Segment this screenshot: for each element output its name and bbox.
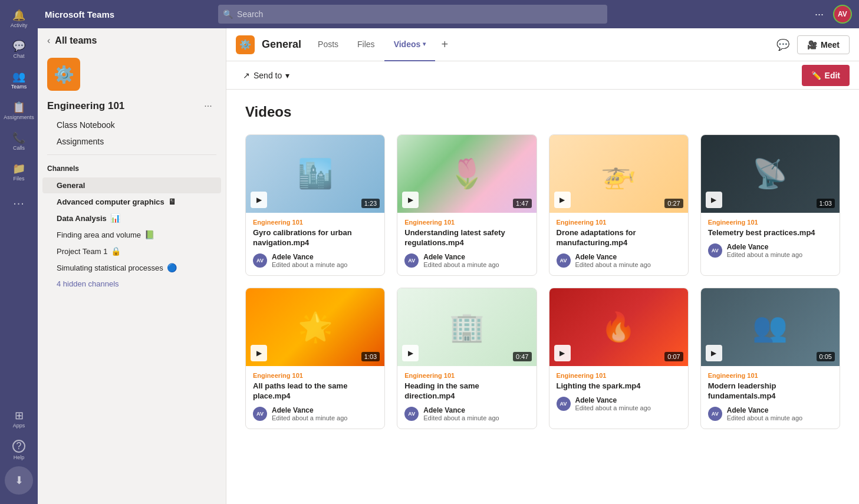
sidebar-item-help[interactable]: ? Help bbox=[5, 436, 33, 464]
activity-icon: 🔔 bbox=[12, 10, 25, 21]
section-divider bbox=[47, 154, 216, 155]
channel-data-analysis-badge: 📊 bbox=[110, 213, 120, 223]
play-button-v6[interactable]: ▶ bbox=[402, 345, 419, 361]
duration-badge-v4: 1:03 bbox=[817, 199, 835, 208]
sidebar-item-chat[interactable]: 💬 Chat bbox=[5, 35, 33, 64]
channel-finding-area-badge: 📗 bbox=[144, 230, 154, 239]
send-to-button[interactable]: ↗ Send to ▾ bbox=[236, 67, 297, 84]
nav-assignments[interactable]: Assignments bbox=[42, 133, 221, 150]
video-thumb-v8: 👥 ▶ 0:05 bbox=[701, 288, 840, 366]
teams-label: Teams bbox=[11, 84, 27, 90]
apps-icon: ⊞ bbox=[15, 410, 24, 421]
video-card-v4[interactable]: 📡 ▶ 1:03 Engineering 101 Telemetry best … bbox=[700, 134, 840, 276]
sidebar-item-more[interactable]: ··· bbox=[5, 189, 33, 217]
video-card-v3[interactable]: 🚁 ▶ 0:27 Engineering 101 Drone adaptatio… bbox=[549, 134, 689, 276]
chat-icon: 💬 bbox=[12, 41, 25, 51]
channel-finding-area[interactable]: Finding area and volume 📗 bbox=[42, 226, 221, 243]
sidebar-item-apps[interactable]: ⊞ Apps bbox=[5, 405, 33, 433]
play-button-v8[interactable]: ▶ bbox=[706, 345, 722, 361]
video-author-row-v5: AV Adele Vance Edited about a minute ago bbox=[253, 406, 377, 421]
channel-general[interactable]: General bbox=[42, 177, 221, 193]
assignments-label: Assignments bbox=[4, 114, 34, 120]
tab-videos-label: Videos bbox=[394, 39, 421, 49]
add-tab-button[interactable]: + bbox=[435, 35, 454, 54]
user-avatar[interactable]: AV bbox=[833, 5, 852, 24]
app-title: Microsoft Teams bbox=[45, 9, 114, 19]
play-button-v4[interactable]: ▶ bbox=[706, 192, 722, 208]
settings-ellipsis[interactable]: ··· bbox=[810, 6, 828, 23]
channel-project-team[interactable]: Project Team 1 🔒 bbox=[42, 243, 221, 259]
channel-project-team-badge: 🔒 bbox=[111, 246, 121, 256]
video-info-v8: Engineering 101 Modern leadership fundam… bbox=[701, 366, 840, 429]
team-menu-button[interactable]: ··· bbox=[200, 98, 216, 114]
video-team-v7: Engineering 101 bbox=[557, 372, 681, 379]
video-card-v7[interactable]: 🔥 ▶ 0:07 Engineering 101 Lighting the sp… bbox=[549, 288, 689, 429]
author-name-v1: Adele Vance bbox=[272, 253, 347, 261]
video-card-v2[interactable]: 🌷 ▶ 1:47 Engineering 101 Understanding l… bbox=[397, 134, 537, 276]
play-button-v3[interactable]: ▶ bbox=[554, 192, 571, 208]
send-to-label: Send to bbox=[254, 71, 282, 80]
author-info-v3: Adele Vance Edited about a minute ago bbox=[575, 253, 651, 268]
team-logo-icon: ⚙️ bbox=[54, 65, 74, 84]
sidebar-item-download[interactable]: ⬇ bbox=[5, 466, 33, 495]
author-edited-v1: Edited about a minute ago bbox=[272, 261, 347, 268]
sidebar-item-activity[interactable]: 🔔 Activity bbox=[5, 5, 33, 33]
video-card-v8[interactable]: 👥 ▶ 0:05 Engineering 101 Modern leadersh… bbox=[700, 288, 840, 429]
sidebar-item-teams[interactable]: 👥 Teams bbox=[5, 66, 33, 94]
search-input[interactable] bbox=[218, 5, 607, 24]
meet-button[interactable]: 🎥 Meet bbox=[797, 35, 850, 54]
all-teams-back[interactable]: ‹ All teams bbox=[38, 28, 226, 53]
play-button-v1[interactable]: ▶ bbox=[251, 192, 267, 208]
channel-project-team-label: Project Team 1 bbox=[57, 247, 107, 256]
channel-tabs: Posts Files Videos ▾ + bbox=[308, 28, 766, 61]
video-card-v6[interactable]: 🏢 ▶ 0:47 Engineering 101 Heading in the … bbox=[397, 288, 537, 429]
teams-panel: ‹ All teams ⚙️ Engineering 101 ··· Class… bbox=[38, 28, 226, 504]
tab-videos[interactable]: Videos ▾ bbox=[384, 28, 436, 61]
chat-button[interactable]: 💬 bbox=[774, 35, 792, 54]
author-avatar-v4: AV bbox=[708, 243, 722, 258]
sidebar-item-assignments[interactable]: 📋 Assignments bbox=[5, 97, 33, 125]
play-button-v7[interactable]: ▶ bbox=[554, 345, 571, 361]
author-avatar-v5: AV bbox=[253, 407, 267, 421]
tab-posts[interactable]: Posts bbox=[308, 28, 348, 61]
video-card-v1[interactable]: 🏙️ ▶ 1:23 Engineering 101 Gyro calibrati… bbox=[245, 134, 385, 276]
video-title-v1: Gyro calibrations for urban navigation.m… bbox=[253, 228, 377, 248]
toolbar: ↗ Send to ▾ ✏️ Edit bbox=[226, 61, 859, 90]
duration-badge-v2: 1:47 bbox=[513, 199, 531, 208]
author-avatar-v3: AV bbox=[557, 253, 571, 268]
main-content: ⚙️ General Posts Files Videos ▾ + bbox=[226, 28, 859, 504]
duration-badge-v8: 0:05 bbox=[817, 352, 835, 361]
channel-header: ⚙️ General Posts Files Videos ▾ + bbox=[226, 28, 859, 61]
video-info-v6: Engineering 101 Heading in the same dire… bbox=[397, 366, 536, 429]
author-name-v7: Adele Vance bbox=[575, 396, 651, 404]
video-title-v4: Telemetry best practices.mp4 bbox=[708, 228, 832, 238]
chat-icon: 💬 bbox=[776, 38, 789, 51]
play-button-v5[interactable]: ▶ bbox=[251, 345, 267, 361]
channel-logo: ⚙️ bbox=[236, 35, 255, 54]
sidebar-item-files[interactable]: 📁 Files bbox=[5, 158, 33, 186]
video-card-v5[interactable]: 🌟 ▶ 1:03 Engineering 101 All paths lead … bbox=[245, 288, 385, 429]
sidebar-item-calls[interactable]: 📞 Calls bbox=[5, 127, 33, 156]
video-team-v2: Engineering 101 bbox=[404, 219, 529, 226]
play-button-v2[interactable]: ▶ bbox=[402, 192, 419, 208]
nav-class-notebook[interactable]: Class Notebook bbox=[42, 117, 221, 133]
video-thumb-v2: 🌷 ▶ 1:47 bbox=[397, 135, 536, 213]
video-author-row-v3: AV Adele Vance Edited about a minute ago bbox=[557, 253, 681, 268]
channel-data-analysis[interactable]: Data Analysis 📊 bbox=[42, 210, 221, 226]
video-info-v7: Engineering 101 Lighting the spark.mp4 A… bbox=[549, 366, 688, 419]
video-thumb-v5: 🌟 ▶ 1:03 bbox=[246, 288, 384, 366]
channel-advanced-graphics[interactable]: Advanced computer graphics 🖥 bbox=[42, 193, 221, 210]
channel-logo-icon: ⚙️ bbox=[239, 39, 251, 50]
video-title-v5: All paths lead to the same place.mp4 bbox=[253, 381, 377, 401]
apps-label: Apps bbox=[13, 423, 25, 429]
hidden-channels[interactable]: 4 hidden channels bbox=[42, 276, 221, 292]
channel-simulating[interactable]: Simulating statistical processes 🔵 bbox=[42, 259, 221, 276]
author-name-v4: Adele Vance bbox=[727, 243, 802, 251]
tab-files[interactable]: Files bbox=[348, 28, 384, 61]
video-title-v3: Drone adaptations for manufacturing.mp4 bbox=[557, 228, 681, 248]
channels-section-title: Channels bbox=[38, 160, 226, 177]
video-title-v6: Heading in the same direction.mp4 bbox=[404, 381, 529, 401]
calls-label: Calls bbox=[13, 145, 25, 151]
edit-button[interactable]: ✏️ Edit bbox=[802, 65, 850, 86]
teams-icon: 👥 bbox=[12, 71, 25, 82]
